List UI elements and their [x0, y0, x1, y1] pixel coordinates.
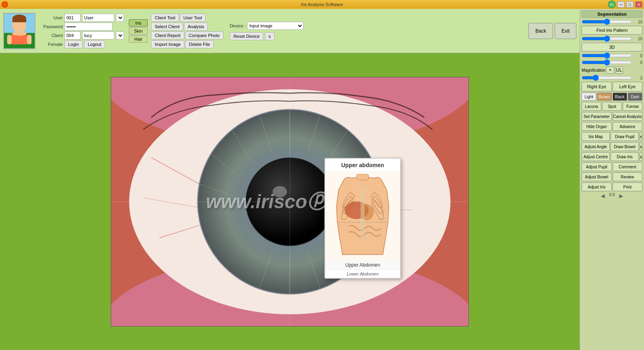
- password-input[interactable]: [64, 23, 113, 31]
- iris-map-button[interactable]: Iris Map: [582, 132, 610, 141]
- popup-title: Upper abdomen: [325, 159, 400, 172]
- action-row-4: Import Image Delete File: [151, 40, 223, 48]
- draw-bowel-x-button[interactable]: x: [640, 142, 642, 151]
- title-bar-label: Iris Analysis Software: [301, 2, 343, 7]
- user-name-input[interactable]: [82, 14, 114, 22]
- left-eye-button[interactable]: Left Eye: [613, 82, 643, 91]
- reset-row: Reset Device x: [230, 32, 304, 40]
- action-buttons-group: Client Tool User Tool Select Client Anal…: [151, 14, 223, 48]
- app-icon: [2, 1, 8, 8]
- select-client-button[interactable]: Select Client: [151, 23, 183, 31]
- advance-button[interactable]: Advance: [613, 122, 643, 131]
- user-photo: [3, 13, 35, 49]
- client-id-input[interactable]: [64, 31, 80, 39]
- client-tool-button[interactable]: Client Tool: [151, 14, 179, 22]
- main-container: User Password Client Female L: [0, 9, 644, 350]
- exit-button[interactable]: Exit: [555, 23, 576, 39]
- close-button[interactable]: ✕: [635, 1, 642, 8]
- find-iris-pattern-button[interactable]: Find Iris Pattern: [582, 26, 642, 35]
- dark-button[interactable]: Dark: [628, 93, 642, 101]
- compare-photo-button[interactable]: Compare Photo: [185, 31, 223, 39]
- set-parameter-button[interactable]: Set Parameter: [582, 112, 612, 121]
- slider1[interactable]: [582, 19, 632, 25]
- notification-badge: 41: [608, 0, 616, 8]
- mag-value: 2: [633, 76, 642, 80]
- right-eye-button[interactable]: Right Eye: [582, 82, 612, 91]
- slider1-value: 10: [633, 20, 642, 24]
- user-tool-button[interactable]: User Tool: [180, 14, 206, 22]
- mag-slider-row: 2: [582, 75, 642, 81]
- user-select[interactable]: [116, 14, 124, 22]
- draw-iris-button[interactable]: Draw Iris: [611, 152, 639, 161]
- client-report-button[interactable]: Client Report: [151, 31, 184, 39]
- light-button[interactable]: Light: [582, 93, 596, 101]
- device-select[interactable]: Input image: [247, 22, 303, 30]
- client-label: Client: [39, 33, 63, 38]
- category-tabs: Iris Skin Hair: [129, 19, 148, 43]
- iris-tab[interactable]: Iris: [129, 19, 148, 27]
- draw-pupil-x-button[interactable]: x: [640, 132, 642, 141]
- action-row-1: Client Tool User Tool: [151, 14, 223, 22]
- back-button[interactable]: Back: [528, 23, 553, 39]
- analysis-button[interactable]: Analysis: [184, 23, 208, 31]
- hide-organ-button[interactable]: Hide Organ: [582, 122, 612, 131]
- reset-device-button[interactable]: Reset Device: [230, 32, 263, 40]
- user-label: User: [39, 15, 63, 20]
- slider2[interactable]: [582, 36, 632, 41]
- slider4[interactable]: [582, 60, 632, 65]
- adjust-bowel-button[interactable]: Adjust Bowel: [582, 172, 612, 181]
- login-button[interactable]: Login: [64, 40, 83, 48]
- brown-button[interactable]: Brown: [597, 93, 611, 101]
- furrow-button[interactable]: Furrow: [623, 102, 642, 111]
- adjust-iris-button[interactable]: Adjust Iris: [582, 182, 612, 191]
- mag-ul-button[interactable]: UL: [615, 66, 623, 74]
- segmentation-title: Segmentation: [582, 10, 642, 18]
- skin-tab[interactable]: Skin: [129, 27, 148, 35]
- draw-pupil-button[interactable]: Draw Pupil: [611, 132, 639, 141]
- slider3-value: 0: [633, 54, 642, 58]
- import-image-button[interactable]: Import Image: [151, 40, 184, 48]
- review-button[interactable]: Review: [613, 172, 643, 181]
- spot-button[interactable]: Spot: [602, 102, 622, 111]
- scroll-left-arrow[interactable]: ◄: [600, 193, 606, 200]
- slider4-row: 0: [582, 60, 642, 65]
- adjust-centre-draw-iris-row: Adjust Centre Draw Iris x: [582, 152, 642, 161]
- draw-iris-x-button[interactable]: x: [640, 152, 642, 161]
- minimize-button[interactable]: ─: [617, 1, 625, 8]
- slider1-row: 10: [582, 19, 642, 25]
- comment-button[interactable]: Comment: [613, 162, 643, 171]
- user-row: User: [39, 14, 124, 22]
- mag-plus-button[interactable]: +: [606, 66, 614, 74]
- popup-body: [325, 172, 400, 261]
- adjust-pupil-button[interactable]: Adjust Pupil: [582, 162, 612, 171]
- scroll-right-arrow[interactable]: ►: [618, 193, 624, 200]
- threed-button[interactable]: 3D: [582, 43, 642, 52]
- color-btn-row: Light Brown Black Dark: [582, 93, 642, 101]
- client-name-input[interactable]: [82, 31, 114, 39]
- mag-slider[interactable]: [582, 75, 632, 81]
- adjust-centre-button[interactable]: Adjust Centre: [582, 152, 610, 161]
- password-label: Password: [39, 24, 63, 29]
- user-id-input[interactable]: [64, 14, 80, 22]
- hide-advance-row: Hide Organ Advance: [582, 122, 642, 131]
- slider3[interactable]: [582, 53, 632, 58]
- hair-tab[interactable]: Hair: [129, 35, 148, 43]
- print-button[interactable]: Print: [613, 182, 643, 191]
- svg-point-4: [12, 31, 26, 35]
- magnification-row: Magnification + UL: [582, 66, 642, 74]
- lacuna-button[interactable]: Lacuna: [582, 102, 601, 111]
- svg-rect-49: [361, 186, 365, 238]
- slider4-value: 0: [633, 60, 642, 65]
- draw-bowel-button[interactable]: Draw Bowel: [611, 142, 639, 151]
- delete-file-button[interactable]: Delete File: [185, 40, 214, 48]
- cancel-analysis-button[interactable]: Cancel Analysis: [613, 112, 643, 121]
- black-button[interactable]: Black: [613, 93, 627, 101]
- client-select[interactable]: [116, 31, 124, 39]
- logout-button[interactable]: Logout: [84, 40, 105, 48]
- magnification-label: Magnification: [582, 68, 605, 72]
- x-button[interactable]: x: [265, 32, 275, 40]
- maximize-button[interactable]: □: [626, 1, 634, 8]
- svg-rect-44: [357, 174, 369, 180]
- scroll-value: 0.0: [609, 193, 615, 200]
- adjust-angle-button[interactable]: Adjust Angle: [582, 142, 610, 151]
